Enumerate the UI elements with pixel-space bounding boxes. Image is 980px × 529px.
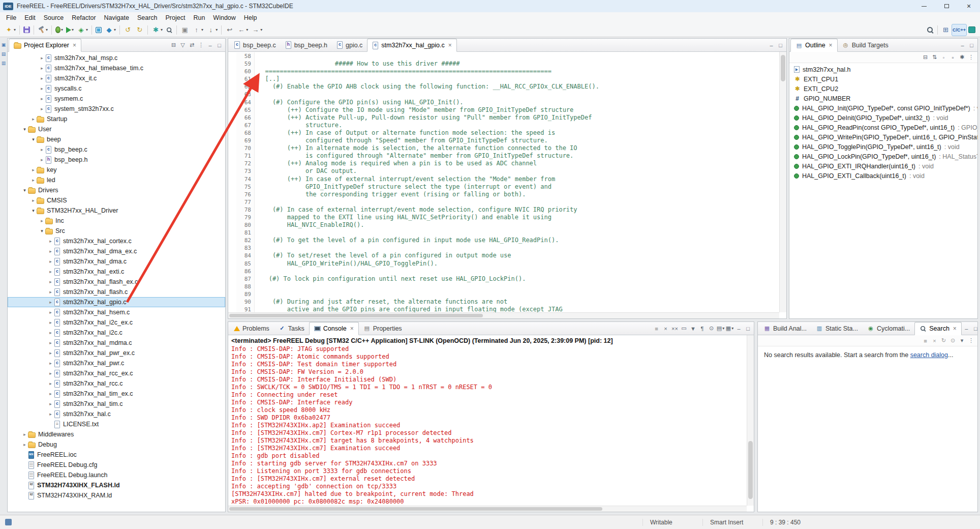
outline-item[interactable]: HAL_GPIO_Init(GPIO_TypeDef*, const GPIO_… [789, 103, 977, 113]
tree-item[interactable]: ▸Startup [8, 114, 225, 124]
menu-navigate[interactable]: Navigate [100, 13, 133, 22]
menu-edit[interactable]: Edit [20, 13, 40, 22]
expand-closed-icon[interactable]: ▸ [30, 116, 37, 122]
tab-build-anal[interactable]: ▦Build Anal... [759, 322, 811, 335]
close-button[interactable]: × [958, 0, 980, 12]
programmer-button[interactable]: ◆▾ [103, 24, 117, 36]
display-selected-console-button[interactable]: ▤▾ [716, 324, 725, 333]
undo-button[interactable]: ↺ [122, 24, 134, 36]
tree-item[interactable]: ▸Middlewares [8, 429, 225, 439]
tab-bsp-beep-h[interactable]: bsp_beep.h [281, 39, 332, 51]
hide-static-button[interactable]: ▫ [948, 53, 957, 62]
search-button[interactable] [925, 24, 935, 36]
editor-vertical-scrollbar[interactable] [779, 52, 786, 312]
pin-button[interactable]: ⊙ [948, 336, 957, 345]
forward-button[interactable]: →▾ [250, 24, 264, 36]
menu-refactor[interactable]: Refactor [68, 13, 100, 22]
expand-closed-icon[interactable]: ▸ [39, 147, 45, 152]
outline-item[interactable]: stm32h7xx_hal.h [789, 65, 977, 74]
tree-item[interactable]: ▸system_stm32h7xx.c [8, 104, 225, 114]
expand-closed-icon[interactable]: ▸ [47, 361, 54, 366]
last-edit-location-button[interactable]: ↩ [224, 24, 235, 36]
build-button[interactable]: ▾ [36, 24, 49, 36]
expand-closed-icon[interactable]: ▸ [39, 157, 45, 162]
expand-closed-icon[interactable]: ▸ [39, 96, 45, 101]
mark-occurrences-button[interactable]: ▣ [179, 24, 191, 36]
expand-closed-icon[interactable]: ▸ [30, 198, 37, 203]
search-dialog-link[interactable]: search dialog [910, 351, 948, 359]
restore-view-3-icon[interactable]: ▥ [2, 61, 6, 66]
tree-item[interactable]: ▸bsp_beep.c [8, 144, 225, 155]
maximize-button[interactable]: □ [215, 41, 224, 50]
tree-item[interactable]: ▸stm32h7xx_hal_gpio.c [8, 297, 225, 307]
expand-closed-icon[interactable]: ▸ [47, 330, 54, 335]
history-button[interactable]: ▾ [958, 336, 966, 345]
tree-item[interactable]: ▾beep [8, 134, 225, 144]
tree-item[interactable]: ▸stm32h7xx_hal_dma.c [8, 256, 225, 267]
restore-view-2-icon[interactable]: ▤ [2, 51, 6, 56]
new-element-button[interactable]: ✱▾ [150, 24, 164, 36]
tree-item[interactable]: LICENSE.txt [8, 419, 225, 429]
expand-closed-icon[interactable]: ▸ [47, 381, 54, 386]
close-icon[interactable]: × [448, 42, 452, 49]
expand-closed-icon[interactable]: ▸ [39, 106, 45, 111]
expand-closed-icon[interactable]: ▸ [47, 259, 54, 264]
cancel-button[interactable]: ■ [921, 336, 930, 345]
tab-console[interactable]: Console× [309, 322, 359, 335]
maximize-button[interactable]: □ [776, 41, 785, 50]
expand-closed-icon[interactable]: ▸ [30, 167, 37, 172]
expand-open-icon[interactable]: ▾ [39, 228, 45, 233]
scroll-lock-button[interactable]: ▼ [689, 324, 697, 333]
expand-closed-icon[interactable]: ▸ [47, 249, 54, 254]
tree-item[interactable]: ▸key [8, 165, 225, 175]
expand-closed-icon[interactable]: ▸ [47, 320, 54, 325]
view-menu-button[interactable]: ⋮ [967, 53, 975, 62]
tree-item[interactable]: ▸stm32h7xx_hal_mdma.c [8, 338, 225, 348]
expand-closed-icon[interactable]: ▸ [47, 412, 54, 417]
collapse-all-button[interactable]: ⊟ [169, 41, 178, 50]
remove-all-launches-button[interactable]: ×× [670, 324, 679, 333]
menu-project[interactable]: Project [162, 13, 190, 22]
expand-closed-icon[interactable]: ▸ [39, 55, 45, 61]
tree-item[interactable]: ▸stm32h7xx_hal.c [8, 409, 225, 419]
outline-item[interactable]: HAL_GPIO_TogglePin(GPIO_TypeDef*, uint16… [789, 142, 977, 152]
minimize-button[interactable]: – [962, 324, 971, 333]
tree-item[interactable]: ▸stm32h7xx_hal_timebase_tim.c [8, 63, 225, 73]
expand-closed-icon[interactable]: ▸ [30, 178, 37, 183]
tree-item[interactable]: ▸CMSIS [8, 195, 225, 205]
save-button[interactable] [22, 24, 32, 36]
expand-open-icon[interactable]: ▾ [30, 208, 37, 213]
maximize-button[interactable] [935, 0, 958, 12]
tree-item[interactable]: ▾Src [8, 226, 225, 236]
expand-closed-icon[interactable]: ▸ [47, 289, 54, 295]
restore-view-1-icon[interactable]: ▣ [2, 42, 6, 47]
menu-run[interactable]: Run [189, 13, 209, 22]
close-icon[interactable]: × [350, 325, 354, 332]
minimize-button[interactable] [913, 0, 935, 12]
maximize-button[interactable]: □ [967, 41, 976, 50]
clear-console-button[interactable]: ▭ [680, 324, 688, 333]
cpp-perspective-button[interactable]: C/C++ [952, 24, 967, 36]
outline-item[interactable]: HAL_GPIO_DeInit(GPIO_TypeDef*, uint32_t)… [789, 113, 977, 123]
collapse-all-button[interactable]: ⊟ [921, 53, 930, 62]
tree-item[interactable]: ▸stm32h7xx_hal_pwr_ex.c [8, 348, 225, 358]
device-perspective-button[interactable] [967, 24, 977, 36]
tree-item[interactable]: FreeREEL.ioc [8, 450, 225, 460]
outline-item[interactable]: HAL_GPIO_EXTI_IRQHandler(uint16_t) : voi… [789, 161, 977, 171]
outline-item[interactable]: HAL_GPIO_LockPin(GPIO_TypeDef*, uint16_t… [789, 152, 977, 161]
tab-problems[interactable]: Problems [229, 322, 274, 335]
view-menu-button[interactable]: ⋮ [197, 41, 205, 50]
external-tools-button[interactable]: ◈▾ [75, 24, 89, 36]
menu-search[interactable]: Search [133, 13, 162, 22]
back-button[interactable]: ←▾ [235, 24, 250, 36]
expand-closed-icon[interactable]: ▸ [21, 442, 28, 447]
tree-item[interactable]: ▸stm32h7xx_hal_tim_ex.c [8, 389, 225, 399]
tree-item[interactable]: ▾STM32H7xx_HAL_Driver [8, 205, 225, 216]
expand-closed-icon[interactable]: ▸ [47, 350, 54, 356]
close-icon[interactable]: × [829, 42, 833, 49]
tree-item[interactable]: ▸led [8, 175, 225, 185]
outline-item[interactable]: HAL_GPIO_ReadPin(const GPIO_TypeDef*, ui… [789, 123, 977, 132]
console-output[interactable]: <terminated> FreeREEL Debug [STM32 C/C++… [228, 335, 754, 512]
expand-closed-icon[interactable]: ▸ [47, 279, 54, 284]
redo-button[interactable]: ↻ [134, 24, 145, 36]
